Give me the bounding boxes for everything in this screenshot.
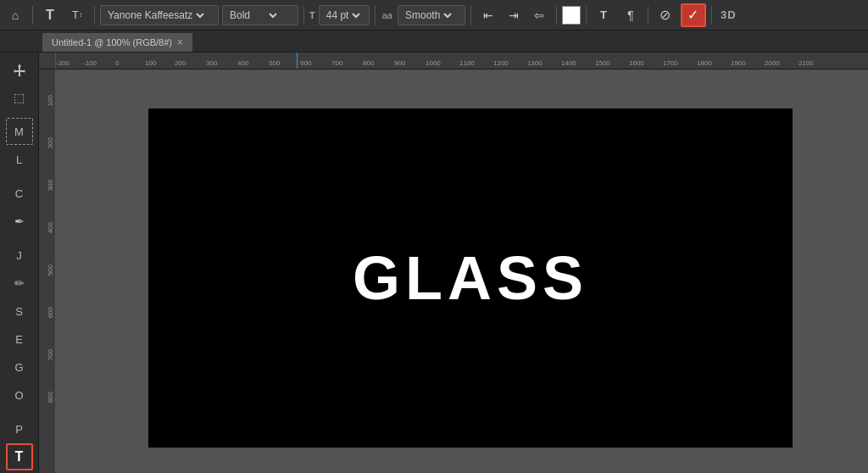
brush-tool[interactable]: ✏: [6, 270, 33, 297]
pen-tool[interactable]: P: [6, 415, 33, 442]
ruler-h-2000: 2000: [765, 59, 780, 67]
document-tab[interactable]: Untitled-1 @ 100% (RGB/8#) ×: [42, 33, 192, 52]
ruler-v-500: 500: [47, 264, 54, 275]
ruler-h-1600: 1600: [629, 59, 644, 67]
ruler-v-600: 600: [47, 307, 54, 318]
font-size-select[interactable]: 44 pt 12 pt 24 pt 72 pt: [323, 8, 363, 22]
ruler-h-2100: 2100: [798, 59, 814, 67]
ruler-v-700: 700: [47, 349, 54, 360]
ruler-h-1700: 1700: [663, 59, 678, 67]
ruler-h-minus200: -200: [56, 59, 70, 67]
ruler-v-300: 300: [47, 180, 54, 191]
dodge-tool[interactable]: O: [6, 381, 33, 409]
canvas[interactable]: GLASS: [148, 109, 793, 448]
gradient-tool[interactable]: G: [6, 353, 33, 381]
separator-6: [556, 6, 557, 25]
separator-5: [470, 6, 471, 25]
separator-3: [303, 6, 304, 25]
font-family-select[interactable]: Yanone Kaffeesatz Arial Helvetica: [104, 8, 207, 22]
ruler-h-100: 100: [145, 59, 156, 67]
smooth-select[interactable]: Smooth None Sharp Crisp Strong: [402, 8, 454, 22]
main-area: ⬚ M L C ✒ J ✏ S E G O P T A ◻ ✋ 🔍 ···: [0, 53, 868, 473]
separator-1: [32, 6, 33, 25]
align-right-button[interactable]: ⇦: [527, 3, 551, 27]
font-family-dropdown[interactable]: Yanone Kaffeesatz Arial Helvetica: [100, 5, 219, 25]
ruler-h-1300: 1300: [527, 59, 542, 67]
tab-bar: Untitled-1 @ 100% (RGB/8#) ×: [0, 31, 868, 53]
type-tool-button[interactable]: T: [38, 3, 62, 27]
ruler-h-1400: 1400: [561, 59, 576, 67]
content-area: -200 -100 0 100 200 300 400 500 600 700 …: [39, 53, 868, 473]
canvas-text[interactable]: GLASS: [353, 243, 588, 313]
align-center-button[interactable]: ⇥: [502, 3, 526, 27]
3d-badge: 3D: [717, 8, 740, 21]
left-toolbar: ⬚ M L C ✒ J ✏ S E G O P T A ◻ ✋ 🔍 ···: [0, 53, 39, 473]
canvas-wrapper: 100 200 300 400 500 600 700 800 GLASS: [39, 70, 868, 473]
ruler-h-500: 500: [269, 59, 280, 67]
font-style-select[interactable]: Bold Regular Italic: [226, 8, 280, 22]
separator-8: [648, 6, 648, 25]
ruler-h-600: 600: [300, 59, 311, 67]
warp-text-button[interactable]: T: [592, 3, 615, 27]
font-size-dropdown[interactable]: 44 pt 12 pt 24 pt 72 pt: [319, 5, 370, 25]
font-size-icon: T: [309, 10, 315, 20]
ruler-h-1000: 1000: [426, 59, 441, 67]
ruler-h-400: 400: [237, 59, 248, 67]
rectangular-marquee-tool[interactable]: M: [6, 118, 33, 145]
horizontal-ruler: -200 -100 0 100 200 300 400 500 600 700 …: [39, 53, 868, 70]
eyedropper-tool[interactable]: ✒: [6, 208, 33, 235]
separator-9: [711, 6, 712, 25]
separator-2: [94, 6, 95, 25]
svg-marker-0: [14, 64, 25, 76]
text-properties-button[interactable]: ¶: [619, 3, 643, 27]
ruler-h-1200: 1200: [493, 59, 509, 67]
move-tool[interactable]: [6, 56, 33, 83]
eraser-tool[interactable]: E: [6, 326, 33, 353]
canvas-area: GLASS: [73, 70, 868, 473]
ruler-h-700: 700: [331, 59, 342, 67]
ruler-v-200: 200: [47, 137, 54, 148]
ruler-v-100: 100: [47, 95, 54, 106]
text-color-swatch[interactable]: [562, 6, 581, 25]
ruler-h-1500: 1500: [595, 59, 610, 67]
ruler-h-1100: 1100: [459, 59, 475, 67]
ruler-h-1800: 1800: [697, 59, 712, 67]
ruler-v-800: 800: [47, 392, 54, 403]
ruler-h-200: 200: [175, 59, 186, 67]
vertical-ruler: 100 200 300 400 500 600 700 800: [39, 70, 56, 473]
artboard-tool[interactable]: ⬚: [6, 84, 33, 111]
crop-tool[interactable]: C: [6, 180, 33, 207]
ruler-h-800: 800: [363, 59, 374, 67]
lasso-tool[interactable]: L: [6, 146, 33, 173]
cancel-button[interactable]: ⊘: [654, 3, 677, 27]
home-button[interactable]: ⌂: [3, 3, 27, 27]
ruler-h-minus100: -100: [83, 59, 97, 67]
ruler-v-400: 400: [47, 222, 54, 233]
align-group: ⇤ ⇥ ⇦: [476, 3, 551, 27]
tab-title: Untitled-1 @ 100% (RGB/8#): [52, 37, 172, 47]
ruler-h-300: 300: [206, 59, 217, 67]
anti-alias-label: aa: [382, 10, 392, 20]
align-left-button[interactable]: ⇤: [476, 3, 500, 27]
text-transform-button[interactable]: T↕: [65, 3, 89, 27]
separator-7: [586, 6, 587, 25]
ruler-h-1900: 1900: [731, 59, 746, 67]
smooth-dropdown[interactable]: Smooth None Sharp Crisp Strong: [398, 5, 465, 25]
ruler-h-0: 0: [115, 59, 119, 67]
commit-button[interactable]: ✓: [681, 3, 706, 27]
top-toolbar: ⌂ T T↕ Yanone Kaffeesatz Arial Helvetica…: [0, 0, 868, 31]
spot-healing-tool[interactable]: J: [6, 242, 33, 269]
ruler-indicator: [297, 53, 298, 69]
clone-stamp-tool[interactable]: S: [6, 298, 33, 325]
separator-4: [375, 6, 376, 25]
ruler-h-900: 900: [394, 59, 405, 67]
type-tool[interactable]: T: [6, 443, 33, 470]
font-style-dropdown[interactable]: Bold Regular Italic: [222, 5, 298, 25]
tab-close-button[interactable]: ×: [177, 36, 183, 48]
